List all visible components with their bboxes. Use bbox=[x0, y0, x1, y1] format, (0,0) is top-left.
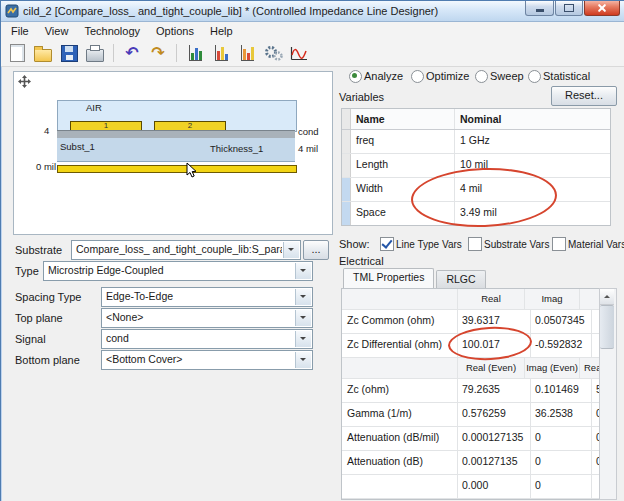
minimize-icon bbox=[536, 9, 544, 12]
open-icon[interactable] bbox=[32, 42, 54, 64]
tml-properties-table: Real Imag Zc Common (ohm) 39.6317 0.0507… bbox=[341, 288, 600, 500]
radio-statistical-label: Statistical bbox=[543, 70, 590, 82]
toolbar: ↶ ↷ bbox=[1, 40, 624, 67]
app-window: cild_2 [Compare_loss_ and_tight_couple_l… bbox=[0, 0, 624, 501]
checkbox-substrate-vars-label: Substrate Vars bbox=[484, 239, 549, 250]
spacing-type-label: Spacing Type bbox=[15, 291, 81, 303]
table-row-clipped: 0.000 0 bbox=[342, 475, 600, 499]
toolbar-separator bbox=[113, 44, 114, 62]
gears-icon[interactable] bbox=[262, 42, 284, 64]
radio-sweep[interactable] bbox=[475, 70, 488, 83]
thickness-value: 4 mil bbox=[298, 143, 318, 154]
substrate-label: Subst_1 bbox=[60, 141, 95, 152]
air-label: AIR bbox=[86, 102, 102, 113]
undo-icon[interactable]: ↶ bbox=[121, 42, 143, 64]
window-title: cild_2 [Compare_loss_ and_tight_couple_l… bbox=[23, 5, 438, 17]
crosstalk-chart-icon[interactable] bbox=[236, 42, 258, 64]
substrate-select[interactable]: Compare_loss_ and_tight_couple_lib:S_par… bbox=[71, 240, 301, 260]
checkbox-line-type-vars-label: Line Type Vars bbox=[396, 239, 462, 250]
reset-button[interactable]: Reset... bbox=[551, 86, 617, 106]
electrical-tabs: TML Properties RLGC bbox=[343, 270, 488, 288]
app-icon bbox=[5, 4, 19, 18]
table-scrollbar[interactable] bbox=[599, 288, 617, 500]
radio-statistical[interactable] bbox=[528, 70, 541, 83]
chevron-down-icon bbox=[295, 310, 311, 326]
loss-chart-icon[interactable] bbox=[210, 42, 232, 64]
window-controls bbox=[524, 1, 620, 16]
chevron-down-icon bbox=[283, 242, 299, 258]
spacing-type-select[interactable]: Edge-To-Edge bbox=[101, 287, 313, 307]
variable-row-freq: freq 1 GHz bbox=[342, 130, 610, 154]
close-button[interactable] bbox=[584, 1, 620, 16]
menu-options[interactable]: Options bbox=[148, 23, 202, 39]
variables-header-row: Name Nominal bbox=[342, 109, 610, 130]
signal-label: Signal bbox=[15, 333, 46, 345]
variables-title: Variables bbox=[339, 91, 384, 103]
mouse-pointer-icon bbox=[186, 162, 198, 179]
checkbox-material-vars-label: Material Vars bbox=[568, 239, 624, 250]
table-row-zc-differential: Zc Differential (ohm) 100.017 -0.592832 bbox=[342, 334, 600, 358]
top-plane-label: Top plane bbox=[15, 312, 63, 324]
browse-substrate-button[interactable]: ... bbox=[303, 240, 329, 260]
checkbox-material-vars[interactable] bbox=[552, 237, 566, 251]
bottom-plane-select[interactable]: <Bottom Cover> bbox=[101, 350, 313, 370]
toolbar-separator bbox=[176, 44, 177, 62]
tab-rlgc[interactable]: RLGC bbox=[436, 270, 485, 288]
radio-analyze[interactable] bbox=[349, 70, 362, 83]
height-top-label: 4 bbox=[44, 125, 49, 136]
signal-select[interactable]: cond bbox=[101, 329, 313, 349]
checkbox-line-type-vars[interactable] bbox=[380, 237, 394, 251]
variable-row-width: Width 4 mil bbox=[342, 178, 610, 202]
print-icon[interactable] bbox=[84, 42, 106, 64]
save-icon[interactable] bbox=[58, 42, 80, 64]
maximize-icon bbox=[564, 4, 574, 12]
electrical-title: Electrical bbox=[339, 255, 384, 267]
bottom-cover bbox=[57, 165, 297, 173]
redo-icon[interactable]: ↷ bbox=[147, 42, 169, 64]
variable-row-space: Space 3.49 mil bbox=[342, 202, 610, 225]
thickness-label: Thickness_1 bbox=[210, 143, 263, 154]
radio-optimize[interactable] bbox=[411, 70, 424, 83]
radio-sweep-label: Sweep bbox=[490, 70, 524, 82]
type-label: Type bbox=[15, 265, 39, 277]
menu-file[interactable]: File bbox=[3, 23, 37, 39]
height-bottom-label: 0 mil bbox=[36, 161, 56, 172]
chevron-down-icon bbox=[295, 263, 311, 279]
radio-analyze-label: Analyze bbox=[364, 70, 403, 82]
menu-technology[interactable]: Technology bbox=[76, 23, 148, 39]
type-select[interactable]: Microstrip Edge-Coupled bbox=[43, 261, 313, 281]
table-header-row: Real Imag bbox=[342, 289, 600, 310]
variables-table: Name Nominal freq 1 GHz Length 10 mil Wi… bbox=[341, 108, 611, 226]
scrollbar-thumb[interactable] bbox=[600, 305, 614, 349]
maximize-button[interactable] bbox=[555, 1, 583, 16]
show-label: Show: bbox=[339, 238, 370, 250]
new-document-icon[interactable] bbox=[6, 42, 28, 64]
menu-bar: File View Technology Options Help bbox=[1, 22, 624, 40]
chevron-down-icon bbox=[295, 331, 311, 347]
table-row-attenuation-db: Attenuation (dB) 0.00127135 0 0.00 bbox=[342, 451, 600, 475]
table-row-zc: Zc (ohm) 79.2635 0.101469 50.00 bbox=[342, 379, 600, 403]
menu-view[interactable]: View bbox=[37, 23, 77, 39]
waveform-icon[interactable] bbox=[288, 42, 310, 64]
impedance-chart-icon[interactable] bbox=[184, 42, 206, 64]
cond-label: cond bbox=[298, 126, 319, 137]
top-plane-select[interactable]: <None> bbox=[101, 308, 313, 328]
move-cursor-icon bbox=[18, 75, 31, 88]
cross-section-canvas[interactable]: AIR 1 2 4 cond Subst_1 Thickness_1 4 mil… bbox=[13, 71, 333, 235]
substrate-label: Substrate bbox=[15, 244, 62, 256]
table-row-gamma: Gamma (1/m) 0.576259 36.2538 0.651 bbox=[342, 403, 600, 427]
table-row-zc-common: Zc Common (ohm) 39.6317 0.0507345 bbox=[342, 310, 600, 334]
variable-row-length: Length 10 mil bbox=[342, 154, 610, 178]
tab-tml-properties[interactable]: TML Properties bbox=[343, 268, 434, 288]
bottom-plane-label: Bottom plane bbox=[15, 354, 80, 366]
checkbox-substrate-vars[interactable] bbox=[468, 237, 482, 251]
scrollbar-up-icon[interactable] bbox=[600, 289, 614, 305]
close-icon bbox=[597, 3, 607, 13]
table-subheader-row: Real (Even) Imag (Even) Real ( bbox=[342, 358, 600, 379]
chevron-down-icon bbox=[295, 352, 311, 368]
chevron-down-icon bbox=[295, 289, 311, 305]
title-bar: cild_2 [Compare_loss_ and_tight_couple_l… bbox=[1, 1, 624, 22]
radio-optimize-label: Optimize bbox=[426, 70, 469, 82]
minimize-button[interactable] bbox=[525, 1, 554, 16]
menu-help[interactable]: Help bbox=[202, 23, 241, 39]
